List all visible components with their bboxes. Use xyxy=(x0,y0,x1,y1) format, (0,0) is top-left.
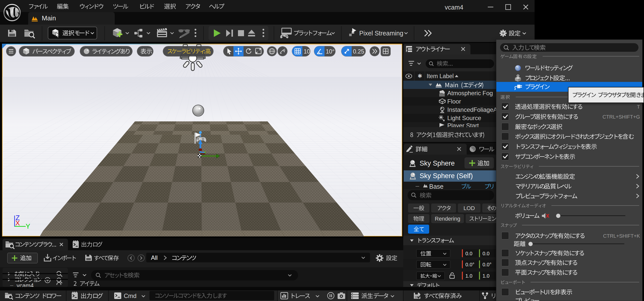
svg-text:Y: Y xyxy=(26,223,30,230)
svg-text:X: X xyxy=(15,219,20,227)
